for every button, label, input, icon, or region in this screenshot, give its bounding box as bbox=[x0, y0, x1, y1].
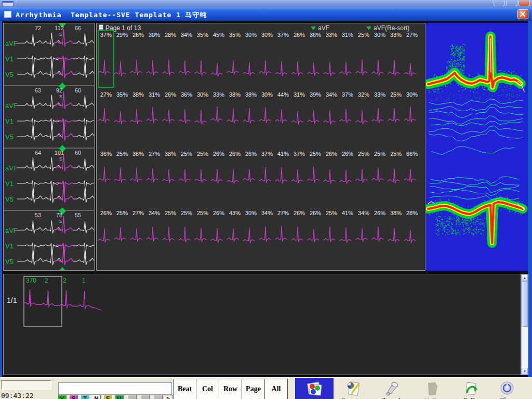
beat-waveform[interactable] bbox=[163, 169, 174, 182]
beat-percent[interactable]: 30% bbox=[245, 210, 257, 216]
beat-percent[interactable]: 45% bbox=[213, 32, 224, 38]
beat-percent[interactable]: 33% bbox=[326, 32, 337, 38]
beat-waveform[interactable] bbox=[404, 230, 416, 243]
toolbar-button-display-colors[interactable] bbox=[295, 378, 334, 399]
mode-button-row[interactable]: Row bbox=[219, 379, 242, 399]
beat-percent[interactable]: 26% bbox=[100, 210, 112, 216]
beat-type-button-blank[interactable] bbox=[128, 395, 137, 399]
beat-percent[interactable]: 27% bbox=[149, 151, 160, 157]
beat-percent[interactable]: 34% bbox=[261, 210, 273, 216]
beat-waveform[interactable] bbox=[388, 169, 400, 183]
beat-percent[interactable]: 26% bbox=[326, 151, 337, 157]
beat-waveform[interactable] bbox=[340, 228, 351, 243]
beat-waveform[interactable] bbox=[163, 227, 174, 242]
beat-percent[interactable]: 27% bbox=[100, 91, 112, 98]
beat-waveform[interactable] bbox=[195, 228, 206, 242]
beat-percent[interactable]: 25% bbox=[390, 91, 402, 98]
beat-type-button-n[interactable]: N bbox=[92, 395, 101, 399]
beat-waveform[interactable] bbox=[259, 168, 271, 183]
beat-percent[interactable]: 33% bbox=[213, 91, 224, 98]
beat-percent[interactable]: 37% bbox=[277, 32, 289, 38]
beat-waveform[interactable] bbox=[179, 61, 190, 75]
beat-waveform[interactable] bbox=[114, 168, 126, 182]
scroll-down-button[interactable]: ▼ bbox=[522, 368, 528, 375]
beat-percent[interactable]: 34% bbox=[358, 210, 369, 216]
template-strip[interactable] bbox=[4, 23, 94, 86]
beat-percent[interactable]: 26% bbox=[310, 210, 321, 216]
beat-waveform[interactable] bbox=[372, 227, 383, 242]
beat-waveform[interactable] bbox=[98, 229, 110, 243]
beat-percent[interactable]: 27% bbox=[277, 210, 289, 216]
beat-waveform[interactable] bbox=[388, 60, 400, 75]
beat-waveform[interactable] bbox=[275, 226, 287, 242]
beat-percent[interactable]: 25% bbox=[374, 151, 385, 157]
beat-waveform[interactable] bbox=[275, 110, 287, 123]
beat-percent[interactable]: 30% bbox=[406, 91, 418, 98]
toolbar-button-zoom-in[interactable]: Zoom In bbox=[375, 378, 410, 399]
beat-waveform[interactable] bbox=[324, 227, 335, 242]
beat-percent[interactable]: 30% bbox=[261, 32, 273, 38]
beat-percent[interactable]: 30% bbox=[374, 32, 385, 38]
beat-percent[interactable]: 35% bbox=[229, 32, 241, 38]
beat-percent[interactable]: 32% bbox=[358, 91, 369, 98]
beat-type-button-blank[interactable] bbox=[141, 395, 150, 399]
beat-waveform[interactable] bbox=[130, 60, 142, 75]
beat-percent[interactable]: 44% bbox=[277, 91, 289, 98]
beat-percent[interactable]: 26% bbox=[374, 210, 385, 216]
beat-waveform[interactable] bbox=[308, 110, 319, 124]
beat-waveform[interactable] bbox=[404, 169, 416, 182]
beat-percent[interactable]: 25% bbox=[181, 151, 192, 157]
beat-percent[interactable]: 25% bbox=[197, 210, 208, 216]
beat-waveform[interactable] bbox=[147, 227, 158, 241]
close-button[interactable] bbox=[517, 9, 528, 19]
beat-percent[interactable]: 26% bbox=[213, 151, 224, 157]
beat-waveform[interactable] bbox=[340, 170, 351, 183]
beat-waveform[interactable] bbox=[404, 107, 416, 123]
beat-percent[interactable]: 36% bbox=[181, 91, 192, 98]
beat-waveform[interactable] bbox=[163, 60, 174, 75]
toolbar-button-undo[interactable]: UnDo bbox=[415, 378, 450, 399]
beat-percent[interactable]: 25% bbox=[358, 151, 369, 157]
beat-waveform[interactable] bbox=[243, 63, 255, 76]
beat-percent[interactable]: 25% bbox=[165, 210, 176, 216]
beat-waveform[interactable] bbox=[259, 60, 271, 75]
beat-waveform[interactable] bbox=[388, 108, 400, 122]
beat-type-button-t[interactable]: T bbox=[81, 395, 89, 399]
beat-search-input[interactable] bbox=[58, 382, 172, 395]
beat-waveform[interactable] bbox=[340, 109, 351, 123]
beat-percent[interactable]: 35% bbox=[116, 91, 128, 98]
beat-waveform[interactable] bbox=[227, 169, 238, 184]
beat-waveform[interactable] bbox=[388, 229, 400, 243]
beat-waveform[interactable] bbox=[308, 167, 319, 182]
beat-waveform[interactable] bbox=[130, 109, 142, 124]
beat-percent[interactable]: 37% bbox=[261, 151, 273, 157]
beat-waveform[interactable] bbox=[195, 170, 206, 183]
beat-percent[interactable]: 25% bbox=[390, 151, 402, 157]
beat-waveform[interactable] bbox=[356, 60, 367, 75]
beat-waveform[interactable] bbox=[147, 107, 158, 123]
beat-waveform[interactable] bbox=[114, 61, 126, 76]
beat-waveform[interactable] bbox=[227, 60, 238, 74]
beat-waveform[interactable] bbox=[324, 170, 335, 183]
template-strip[interactable] bbox=[4, 210, 94, 270]
beat-percent[interactable]: 34% bbox=[181, 32, 192, 38]
beat-percent[interactable]: 66% bbox=[406, 151, 418, 157]
beat-waveform[interactable] bbox=[211, 169, 222, 183]
beat-percent[interactable]: 25% bbox=[116, 210, 128, 216]
background-close-button[interactable] bbox=[518, 1, 530, 6]
beat-waveform[interactable] bbox=[372, 108, 383, 123]
beat-waveform[interactable] bbox=[179, 169, 190, 182]
beat-waveform[interactable] bbox=[227, 229, 238, 242]
beat-percent[interactable]: 25% bbox=[310, 151, 321, 157]
beat-percent[interactable]: 28% bbox=[406, 210, 418, 216]
beat-percent[interactable]: 36% bbox=[132, 151, 144, 157]
background-maximize-button[interactable] bbox=[506, 1, 517, 6]
beat-percent[interactable]: 41% bbox=[277, 151, 289, 157]
toolbar-button-redo[interactable]: ReDo bbox=[454, 378, 487, 399]
beat-type-button-v[interactable]: V bbox=[58, 395, 66, 399]
beat-percent[interactable]: 27% bbox=[406, 32, 418, 38]
beat-percent[interactable]: 39% bbox=[310, 91, 321, 98]
beat-percent[interactable]: 34% bbox=[149, 210, 160, 216]
selected-beat-outline[interactable] bbox=[98, 30, 114, 87]
beat-waveform[interactable] bbox=[259, 108, 271, 123]
